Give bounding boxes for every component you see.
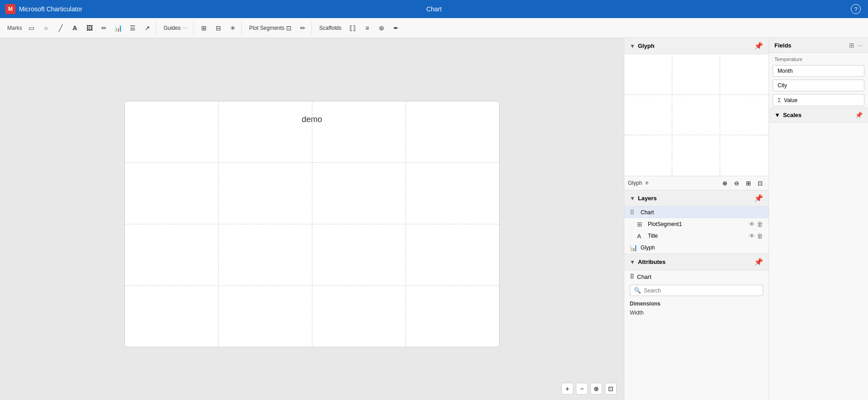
glyph-canvas[interactable] — [624, 54, 769, 176]
grid-v2 — [312, 101, 312, 347]
zoom-reset-button[interactable]: ⊡ — [605, 383, 617, 395]
guides-button[interactable]: Guides ··· — [160, 21, 191, 35]
dimensions-label: Dimensions — [624, 299, 769, 308]
bar-mark-button[interactable]: 📊 — [112, 21, 125, 35]
scaffold3-button[interactable]: ⊛ — [375, 21, 388, 35]
scaffold2-button[interactable]: ≡ — [360, 21, 374, 35]
field-month[interactable]: Month — [773, 65, 864, 77]
width-field-row: Width — [624, 308, 769, 318]
scaffolds-group: Scaffolds ⟦⟧ ≡ ⊛ ✒ — [314, 21, 405, 35]
field-city[interactable]: City — [773, 80, 864, 91]
grid-v3 — [406, 101, 406, 347]
plot-segments-icon: ⊡ — [286, 24, 292, 32]
glyph-zoom-in-button[interactable]: ⊕ — [720, 178, 730, 188]
layer-plotsegment-icon: ⊞ — [637, 221, 645, 228]
image-mark-button[interactable]: 🖼 — [83, 21, 96, 35]
glyph-grid-h1 — [624, 94, 769, 95]
layer-title-name: Title — [648, 233, 746, 239]
layer-plotsegment-visibility-button[interactable]: 👁 — [749, 221, 755, 228]
zoom-in-button[interactable]: + — [561, 383, 573, 395]
attributes-search-box[interactable]: 🔍 — [630, 285, 763, 296]
fields-panel: Fields ⊞ ··· Temperature Month City Σ Va… — [769, 38, 868, 400]
text-mark-button[interactable]: A — [68, 21, 82, 35]
attributes-title: Attributes — [638, 259, 751, 265]
title-bar: M Microsoft Charticulator Chart ? — [0, 0, 868, 18]
scaffold4-button[interactable]: ✒ — [389, 21, 403, 35]
radial-button[interactable]: ✳ — [226, 21, 240, 35]
scaffold1-button[interactable]: ⟦⟧ — [346, 21, 359, 35]
plot-segments-group: Plot Segments ⊡ ✏ — [244, 21, 312, 35]
layer-title-visibility-button[interactable]: 👁 — [749, 232, 755, 240]
attributes-chart-row: ⠿ Chart — [624, 270, 769, 283]
zoom-out-button[interactable]: − — [576, 383, 588, 395]
layer-chart-icon: ⠿ — [630, 209, 638, 216]
fields-more-button[interactable]: ··· — [857, 42, 863, 49]
glyph-zoom-fit-button[interactable]: ⊞ — [743, 178, 753, 188]
grid-group: ⊞ ⊟ ✳ — [195, 21, 242, 35]
glyph-title: Glyph — [638, 42, 751, 49]
plot-segments-button[interactable]: Plot Segments ⊡ — [245, 21, 295, 35]
glyph-zoom-reset-button[interactable]: ⊡ — [755, 178, 765, 188]
field-month-label: Month — [778, 68, 793, 74]
attributes-pin-button[interactable]: 📌 — [754, 258, 763, 266]
layers-section: ▼ Layers 📌 ⠿ Chart ⊞ PlotSegment1 👁 🗑 A — [624, 190, 769, 254]
layers-pin-button[interactable]: 📌 — [754, 194, 763, 202]
scales-header: ▼ Scales 📌 — [769, 108, 868, 122]
layer-glyph-icon: 📊 — [630, 244, 638, 251]
scales-pin-button[interactable]: 📌 — [855, 112, 863, 118]
rectangle-mark-button[interactable]: ▭ — [25, 21, 38, 35]
chart-title: Chart — [426, 5, 442, 13]
glyph-footer-label: Glyph — [628, 180, 642, 186]
app-logo-icon: M — [5, 4, 15, 14]
layer-title[interactable]: A Title 👁 🗑 — [624, 230, 769, 242]
layer-glyph[interactable]: 📊 Glyph — [624, 242, 769, 254]
glyph-section: ▼ Glyph 📌 Glyph + ⊕ ⊖ ⊞ ⊡ — [624, 38, 769, 190]
list-mark-button[interactable]: ☰ — [126, 21, 140, 35]
layer-plotsegment-delete-button[interactable]: 🗑 — [757, 221, 763, 228]
marks-group: Marks ▭ ○ ╱ A 🖼 ✏ 📊 ☰ ↗ — [5, 21, 156, 35]
glyph-pin-button[interactable]: 📌 — [754, 42, 763, 50]
glyph-add-button[interactable]: + — [645, 179, 649, 187]
layers-title: Layers — [638, 195, 751, 202]
glyph-grid-v1 — [672, 54, 672, 176]
grid2-button[interactable]: ⊟ — [212, 21, 225, 35]
layer-title-actions: 👁 🗑 — [749, 232, 763, 240]
pencil-mark-button[interactable]: ✏ — [97, 21, 111, 35]
guides-label: Guides — [164, 25, 181, 31]
grid1-button[interactable]: ⊞ — [197, 21, 211, 35]
field-city-label: City — [778, 82, 787, 89]
help-button[interactable]: ? — [851, 4, 861, 14]
fields-header-icons: ⊞ ··· — [849, 42, 863, 49]
glyph-collapse-button[interactable]: ▼ — [630, 43, 635, 49]
arrow-mark-button[interactable]: ↗ — [141, 21, 154, 35]
zoom-fit-button[interactable]: ⊕ — [590, 383, 602, 395]
scaffolds-button[interactable]: Scaffolds — [316, 21, 345, 35]
oval-mark-button[interactable]: ○ — [39, 21, 53, 35]
attributes-search-input[interactable] — [644, 287, 759, 294]
attributes-collapse-button[interactable]: ▼ — [630, 259, 635, 265]
layer-title-delete-button[interactable]: 🗑 — [757, 232, 763, 240]
layer-plotsegment-actions: 👁 🗑 — [749, 221, 763, 228]
line-mark-button[interactable]: ╱ — [54, 21, 67, 35]
app-title: Microsoft Charticulator — [19, 5, 82, 13]
layers-collapse-button[interactable]: ▼ — [630, 195, 635, 202]
layer-plotsegment[interactable]: ⊞ PlotSegment1 👁 🗑 — [624, 218, 769, 230]
fields-icon1-button[interactable]: ⊞ — [849, 42, 854, 49]
plot-pencil-button[interactable]: ✏ — [296, 21, 310, 35]
main-layout: demo + − ⊕ ⊡ ▼ Glyph 📌 — [0, 38, 868, 400]
attributes-header: ▼ Attributes 📌 — [624, 254, 769, 270]
scales-collapse-button[interactable]: ▼ — [774, 112, 780, 118]
fields-title: Fields — [774, 42, 846, 49]
marks-label: Marks — [7, 25, 22, 31]
field-value[interactable]: Σ Value — [773, 94, 864, 106]
glyph-zoom-out-button[interactable]: ⊖ — [731, 178, 741, 188]
canvas-area[interactable]: demo + − ⊕ ⊡ — [0, 38, 624, 400]
canvas-zoom-controls: + − ⊕ ⊡ — [561, 383, 617, 395]
sigma-icon: Σ — [778, 97, 781, 104]
glyph-zoom-controls: ⊕ ⊖ ⊞ ⊡ — [720, 178, 765, 188]
layer-chart[interactable]: ⠿ Chart — [624, 207, 769, 218]
layer-glyph-name: Glyph — [641, 245, 763, 251]
fields-header: Fields ⊞ ··· — [769, 38, 868, 53]
grid-v1 — [218, 101, 219, 347]
layer-title-icon: A — [637, 233, 645, 240]
